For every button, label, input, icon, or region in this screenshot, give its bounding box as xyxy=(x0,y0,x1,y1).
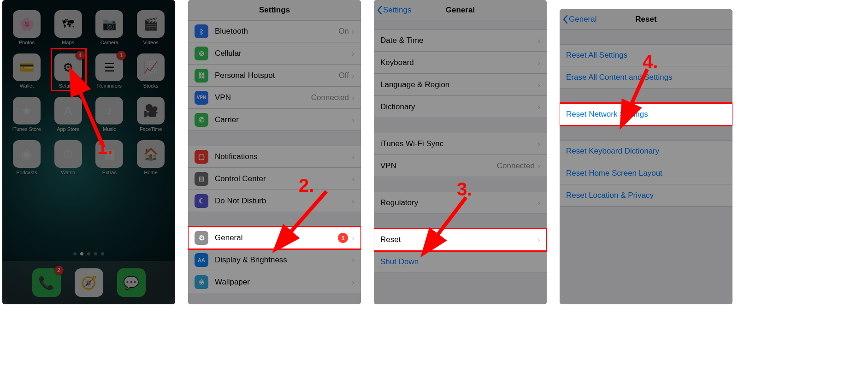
panel-reset: General Reset Reset All Settings Erase A… xyxy=(560,9,732,304)
row-itunes-wifi-sync[interactable]: iTunes Wi-Fi Sync› xyxy=(374,133,547,155)
app-label: Music xyxy=(103,126,116,132)
page-title: General xyxy=(446,6,475,15)
display-icon: AA xyxy=(195,253,208,267)
app-label: App Store xyxy=(57,126,79,132)
chevron-left-icon xyxy=(562,15,568,24)
settings-badge: 4 xyxy=(76,51,85,60)
row-notifications[interactable]: ▢Notifications› xyxy=(188,146,361,168)
row-bluetooth[interactable]: ᛒBluetoothOn› xyxy=(188,20,361,42)
chevron-right-icon: › xyxy=(537,199,540,207)
bluetooth-icon: ᛒ xyxy=(195,24,208,38)
dock-safari[interactable]: 🧭 xyxy=(75,268,103,297)
row-reset-home-screen-layout[interactable]: Reset Home Screen Layout xyxy=(560,162,732,184)
vpn-icon: VPN xyxy=(195,91,208,105)
panel-general: Settings General Date & Time› Keyboard› … xyxy=(374,0,547,304)
app-maps[interactable]: 🗺Maps xyxy=(53,10,83,45)
row-cellular[interactable]: ⊚Cellular› xyxy=(188,42,361,65)
row-reset-location-privacy[interactable]: Reset Location & Privacy xyxy=(560,184,732,207)
app-stocks[interactable]: 📈Stocks xyxy=(136,53,166,89)
app-settings[interactable]: ⚙︎ 4 Settings xyxy=(53,53,83,89)
app-label: Home xyxy=(144,170,157,175)
app-label: Photos xyxy=(19,40,35,45)
row-do-not-disturb[interactable]: ☾Do Not Disturb› xyxy=(188,190,361,212)
wallpaper-icon: ❀ xyxy=(195,275,208,289)
facetime-icon: 🎥 xyxy=(137,97,165,124)
app-music[interactable]: ♪Music xyxy=(94,97,125,132)
camera-icon: 📷 xyxy=(95,10,123,38)
row-reset-keyboard-dictionary[interactable]: Reset Keyboard Dictionary xyxy=(560,140,732,162)
row-vpn[interactable]: VPNVPNConnected› xyxy=(188,87,361,109)
chevron-right-icon: › xyxy=(537,162,540,170)
row-general[interactable]: ⚙︎General1› xyxy=(188,227,361,249)
row-control-center[interactable]: ⊟Control Center› xyxy=(188,168,361,190)
navbar: Settings General xyxy=(374,0,547,20)
row-vpn[interactable]: VPNConnected› xyxy=(374,155,547,177)
app-videos[interactable]: 🎬Videos xyxy=(136,10,166,45)
cellular-icon: ⊚ xyxy=(195,47,208,60)
chevron-right-icon: › xyxy=(352,197,354,205)
extras-folder-icon: ▦ xyxy=(95,140,123,168)
row-reset-network-settings[interactable]: Reset Network Settings xyxy=(560,103,732,125)
app-label: Reminders xyxy=(97,83,122,89)
photos-icon: 🌸 xyxy=(13,10,41,38)
app-label: Watch xyxy=(61,170,75,175)
app-reminders[interactable]: ☰1Reminders xyxy=(94,53,125,89)
app-extras[interactable]: ▦Extras xyxy=(94,140,125,175)
app-camera[interactable]: 📷Camera xyxy=(94,10,125,45)
back-label: Settings xyxy=(383,6,411,15)
row-personal-hotspot[interactable]: ⛓Personal HotspotOff› xyxy=(188,65,361,87)
chevron-right-icon: › xyxy=(537,59,540,67)
music-icon: ♪ xyxy=(95,97,123,124)
control-center-icon: ⊟ xyxy=(195,172,208,186)
chevron-right-icon: › xyxy=(352,116,354,124)
app-itunes-store[interactable]: ★iTunes Store xyxy=(12,97,42,132)
podcasts-icon: ◉ xyxy=(13,140,41,168)
row-date-time[interactable]: Date & Time› xyxy=(374,30,547,52)
back-button[interactable]: Settings xyxy=(377,0,411,20)
chevron-right-icon: › xyxy=(352,175,354,183)
app-label: Videos xyxy=(143,40,158,45)
hotspot-icon: ⛓ xyxy=(195,69,208,83)
row-carrier[interactable]: ✆Carrier› xyxy=(188,109,361,131)
app-label: Stocks xyxy=(143,83,159,89)
app-facetime[interactable]: 🎥FaceTime xyxy=(136,97,166,132)
notifications-icon: ▢ xyxy=(195,150,208,164)
back-button[interactable]: General xyxy=(562,9,596,29)
app-home[interactable]: 🏠Home xyxy=(136,140,166,175)
row-language-region[interactable]: Language & Region› xyxy=(374,74,547,96)
app-label: Wallet xyxy=(20,83,34,89)
chevron-right-icon: › xyxy=(537,36,540,45)
panel-settings: Settings ᛒBluetoothOn› ⊚Cellular› ⛓Perso… xyxy=(188,0,361,304)
row-erase-all-content[interactable]: Erase All Content and Settings xyxy=(560,66,732,89)
carrier-icon: ✆ xyxy=(195,113,208,127)
chevron-right-icon: › xyxy=(352,153,354,161)
reminders-badge: 1 xyxy=(117,51,126,60)
row-wallpaper[interactable]: ❀Wallpaper› xyxy=(188,271,361,293)
itunes-store-icon: ★ xyxy=(13,97,41,124)
row-dictionary[interactable]: Dictionary› xyxy=(374,96,547,118)
row-keyboard[interactable]: Keyboard› xyxy=(374,52,547,74)
app-label: Podcasts xyxy=(16,170,37,175)
stocks-icon: 📈 xyxy=(137,53,165,81)
chevron-right-icon: › xyxy=(352,94,354,102)
phone-badge: 2 xyxy=(54,266,64,275)
row-regulatory[interactable]: Regulatory› xyxy=(374,192,547,214)
row-shut-down[interactable]: Shut Down xyxy=(374,251,547,273)
app-app-store[interactable]: AApp Store xyxy=(53,97,83,132)
maps-icon: 🗺 xyxy=(54,10,82,38)
navbar: General Reset xyxy=(560,9,732,30)
chevron-left-icon xyxy=(377,6,382,15)
gear-icon: ⚙︎ xyxy=(195,231,208,245)
app-photos[interactable]: 🌸Photos xyxy=(12,10,42,45)
page-dots[interactable] xyxy=(2,252,175,255)
app-podcasts[interactable]: ◉Podcasts xyxy=(12,140,42,175)
app-label: iTunes Store xyxy=(12,126,41,132)
panel-home-screen: 🌸Photos 🗺Maps 📷Camera 🎬Videos 💳Wallet ⚙︎… xyxy=(2,0,175,304)
row-display-brightness[interactable]: AADisplay & Brightness› xyxy=(188,249,361,271)
dock-messages[interactable]: 💬 xyxy=(117,268,146,297)
app-watch[interactable]: ⌚︎Watch xyxy=(53,140,83,175)
app-wallet[interactable]: 💳Wallet xyxy=(12,53,42,89)
dock-phone[interactable]: 📞2 xyxy=(32,268,61,297)
row-reset[interactable]: Reset› xyxy=(374,229,547,251)
row-reset-all-settings[interactable]: Reset All Settings xyxy=(560,44,732,66)
